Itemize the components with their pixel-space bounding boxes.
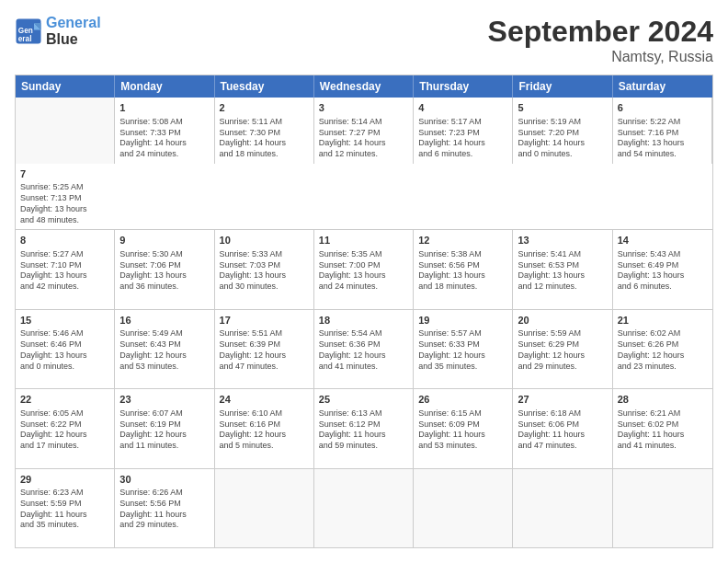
calendar-cell-0-2: 2Sunrise: 5:11 AMSunset: 7:30 PMDaylight…: [215, 98, 314, 164]
calendar-body: 1Sunrise: 5:08 AMSunset: 7:33 PMDaylight…: [16, 98, 712, 547]
cell-info: Sunrise: 5:25 AMSunset: 7:13 PMDaylight:…: [20, 182, 110, 225]
cell-info: Sunrise: 5:11 AMSunset: 7:30 PMDaylight:…: [220, 117, 309, 160]
calendar-cell-3-3: 25Sunrise: 6:13 AMSunset: 6:12 PMDayligh…: [314, 389, 414, 467]
calendar-header: SundayMondayTuesdayWednesdayThursdayFrid…: [16, 75, 712, 98]
day-number: 15: [20, 314, 109, 327]
logo-icon: Gen eral: [15, 17, 42, 45]
cell-info: Sunrise: 6:10 AMSunset: 6:16 PMDaylight:…: [220, 408, 309, 452]
location: Namtsy, Russia: [488, 49, 713, 65]
day-number: 7: [20, 167, 110, 181]
day-number: 20: [518, 314, 607, 327]
cell-info: Sunrise: 5:22 AMSunset: 7:16 PMDaylight:…: [618, 117, 707, 160]
day-number: 26: [418, 393, 507, 407]
cell-info: Sunrise: 5:38 AMSunset: 6:56 PMDaylight:…: [418, 249, 507, 293]
calendar-page: Gen eral General Blue September 2024 Nam…: [0, 0, 728, 563]
cell-info: Sunrise: 5:35 AMSunset: 7:00 PMDaylight:…: [319, 249, 408, 293]
day-number: 5: [518, 101, 607, 115]
calendar-row-1: 8Sunrise: 5:27 AMSunset: 7:10 PMDaylight…: [16, 230, 712, 309]
header-day-friday: Friday: [513, 75, 612, 98]
day-number: 2: [220, 101, 309, 115]
calendar-cell-4-6: [613, 469, 712, 547]
calendar-cell-0-4: 4Sunrise: 5:17 AMSunset: 7:23 PMDaylight…: [414, 98, 513, 164]
cell-info: Sunrise: 5:33 AMSunset: 7:03 PMDaylight:…: [220, 249, 309, 293]
day-number: 24: [220, 393, 309, 407]
cell-info: Sunrise: 5:59 AMSunset: 6:29 PMDaylight:…: [518, 328, 607, 372]
title-block: September 2024 Namtsy, Russia: [488, 15, 713, 65]
header-day-tuesday: Tuesday: [215, 75, 314, 98]
calendar-cell-0-6: 6Sunrise: 5:22 AMSunset: 7:16 PMDaylight…: [613, 98, 712, 164]
day-number: 12: [418, 234, 507, 247]
calendar-cell-3-0: 22Sunrise: 6:05 AMSunset: 6:22 PMDayligh…: [16, 389, 115, 467]
calendar-cell-3-4: 26Sunrise: 6:15 AMSunset: 6:09 PMDayligh…: [414, 389, 513, 467]
calendar-cell-1-3: 11Sunrise: 5:35 AMSunset: 7:00 PMDayligh…: [314, 230, 414, 308]
calendar-cell-4-5: [513, 469, 612, 547]
svg-text:eral: eral: [18, 34, 32, 42]
cell-info: Sunrise: 5:49 AMSunset: 6:43 PMDaylight:…: [119, 328, 209, 372]
calendar-row-0: 1Sunrise: 5:08 AMSunset: 7:33 PMDaylight…: [16, 98, 712, 230]
calendar-cell-4-2: [215, 469, 314, 547]
calendar: SundayMondayTuesdayWednesdayThursdayFrid…: [15, 75, 713, 548]
calendar-cell-2-6: 21Sunrise: 6:02 AMSunset: 6:26 PMDayligh…: [613, 310, 712, 388]
calendar-cell-3-1: 23Sunrise: 6:07 AMSunset: 6:19 PMDayligh…: [115, 389, 214, 467]
day-number: 23: [119, 393, 209, 407]
cell-info: Sunrise: 5:57 AMSunset: 6:33 PMDaylight:…: [418, 328, 507, 372]
cell-info: Sunrise: 6:26 AMSunset: 5:56 PMDaylight:…: [119, 488, 209, 531]
day-number: 30: [119, 473, 209, 487]
day-number: 16: [119, 314, 209, 327]
calendar-cell-4-3: [314, 469, 414, 547]
month-title: September 2024: [488, 15, 713, 49]
day-number: 1: [119, 101, 209, 115]
header-day-monday: Monday: [115, 75, 214, 98]
header: Gen eral General Blue September 2024 Nam…: [15, 15, 713, 65]
calendar-cell-0-1: 1Sunrise: 5:08 AMSunset: 7:33 PMDaylight…: [115, 98, 214, 164]
calendar-cell-1-1: 9Sunrise: 5:30 AMSunset: 7:06 PMDaylight…: [115, 230, 214, 308]
header-day-thursday: Thursday: [414, 75, 513, 98]
day-number: 27: [518, 393, 607, 407]
calendar-cell-1-5: 13Sunrise: 5:41 AMSunset: 6:53 PMDayligh…: [513, 230, 612, 308]
calendar-cell-4-4: [414, 469, 513, 547]
cell-info: Sunrise: 5:46 AMSunset: 6:46 PMDaylight:…: [20, 328, 109, 372]
cell-info: Sunrise: 6:18 AMSunset: 6:06 PMDaylight:…: [518, 408, 607, 452]
calendar-row-2: 15Sunrise: 5:46 AMSunset: 6:46 PMDayligh…: [16, 310, 712, 389]
logo: Gen eral General Blue: [15, 15, 101, 47]
cell-info: Sunrise: 5:30 AMSunset: 7:06 PMDaylight:…: [119, 249, 209, 293]
day-number: 4: [418, 101, 507, 115]
cell-info: Sunrise: 5:19 AMSunset: 7:20 PMDaylight:…: [518, 117, 607, 160]
svg-text:Gen: Gen: [18, 26, 33, 34]
header-day-sunday: Sunday: [16, 75, 115, 98]
cell-info: Sunrise: 6:23 AMSunset: 5:59 PMDaylight:…: [20, 488, 109, 531]
header-day-wednesday: Wednesday: [314, 75, 414, 98]
day-number: 3: [319, 101, 408, 115]
calendar-cell-2-1: 16Sunrise: 5:49 AMSunset: 6:43 PMDayligh…: [115, 310, 214, 388]
day-number: 10: [220, 234, 309, 247]
day-number: 19: [418, 314, 507, 327]
calendar-cell-1-2: 10Sunrise: 5:33 AMSunset: 7:03 PMDayligh…: [215, 230, 314, 308]
cell-info: Sunrise: 5:08 AMSunset: 7:33 PMDaylight:…: [119, 117, 209, 160]
cell-info: Sunrise: 5:41 AMSunset: 6:53 PMDaylight:…: [518, 249, 607, 293]
day-number: 17: [220, 314, 309, 327]
day-number: 28: [618, 393, 708, 407]
cell-info: Sunrise: 5:14 AMSunset: 7:27 PMDaylight:…: [319, 117, 408, 160]
calendar-cell-3-2: 24Sunrise: 6:10 AMSunset: 6:16 PMDayligh…: [215, 389, 314, 467]
calendar-cell-1-0: 8Sunrise: 5:27 AMSunset: 7:10 PMDaylight…: [16, 230, 115, 308]
calendar-cell-2-2: 17Sunrise: 5:51 AMSunset: 6:39 PMDayligh…: [215, 310, 314, 388]
day-number: 8: [20, 234, 109, 247]
calendar-cell-2-4: 19Sunrise: 5:57 AMSunset: 6:33 PMDayligh…: [414, 310, 513, 388]
calendar-cell-0-0: [16, 98, 115, 164]
calendar-cell-0-3: 3Sunrise: 5:14 AMSunset: 7:27 PMDaylight…: [314, 98, 414, 164]
day-number: 9: [119, 234, 209, 247]
calendar-cell-2-3: 18Sunrise: 5:54 AMSunset: 6:36 PMDayligh…: [314, 310, 414, 388]
calendar-cell-3-5: 27Sunrise: 6:18 AMSunset: 6:06 PMDayligh…: [513, 389, 612, 467]
cell-info: Sunrise: 5:17 AMSunset: 7:23 PMDaylight:…: [418, 117, 507, 160]
cell-info: Sunrise: 5:43 AMSunset: 6:49 PMDaylight:…: [618, 249, 708, 293]
calendar-cell-2-0: 15Sunrise: 5:46 AMSunset: 6:46 PMDayligh…: [16, 310, 115, 388]
cell-info: Sunrise: 5:54 AMSunset: 6:36 PMDaylight:…: [319, 328, 408, 372]
calendar-cell-1-4: 12Sunrise: 5:38 AMSunset: 6:56 PMDayligh…: [414, 230, 513, 308]
cell-info: Sunrise: 6:07 AMSunset: 6:19 PMDaylight:…: [119, 408, 209, 452]
calendar-row-4: 29Sunrise: 6:23 AMSunset: 5:59 PMDayligh…: [16, 469, 712, 547]
calendar-cell-3-6: 28Sunrise: 6:21 AMSunset: 6:02 PMDayligh…: [613, 389, 712, 467]
calendar-cell-4-1: 30Sunrise: 6:26 AMSunset: 5:56 PMDayligh…: [115, 469, 214, 547]
calendar-cell-0-5: 5Sunrise: 5:19 AMSunset: 7:20 PMDaylight…: [513, 98, 612, 164]
cell-info: Sunrise: 5:51 AMSunset: 6:39 PMDaylight:…: [220, 328, 309, 372]
day-number: 14: [618, 234, 708, 247]
